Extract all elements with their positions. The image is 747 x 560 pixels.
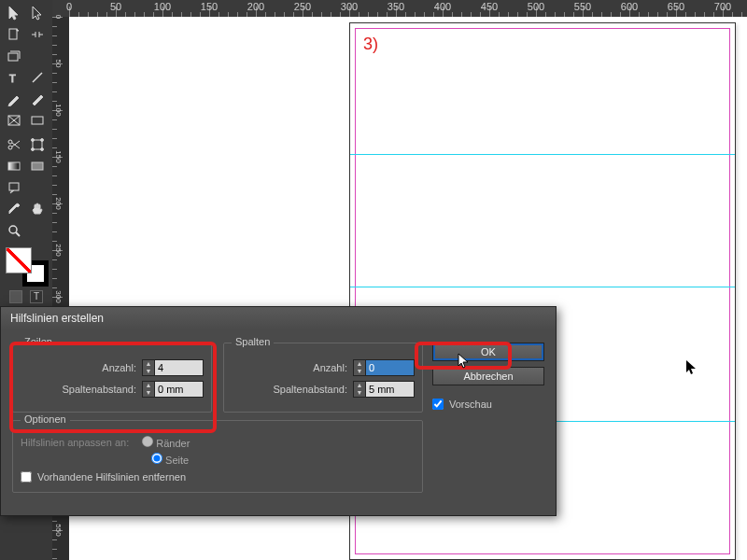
- horizontal-ruler: 0501001502002503003504004505005506006507…: [52, 0, 747, 17]
- svg-rect-17: [8, 162, 20, 170]
- options-group-title: Optionen: [21, 413, 70, 425]
- stepper-down-icon[interactable]: ▼: [143, 368, 154, 375]
- selection-tool[interactable]: [2, 2, 25, 23]
- svg-rect-7: [32, 117, 43, 124]
- hand-tool[interactable]: [25, 198, 49, 219]
- svg-rect-18: [32, 162, 43, 170]
- gradient-swatch-tool[interactable]: [2, 155, 25, 176]
- remove-existing-checkbox[interactable]: [21, 471, 32, 483]
- cols-count-input[interactable]: [366, 359, 415, 376]
- gradient-feather-tool[interactable]: [25, 155, 49, 176]
- create-guides-dialog: Hilfslinien erstellen Zeilen Anzahl: ▲▼ …: [0, 306, 557, 516]
- stepper-down-icon[interactable]: ▼: [354, 389, 365, 397]
- svg-rect-12: [33, 140, 42, 149]
- cols-count-label: Anzahl:: [313, 362, 347, 373]
- cancel-button[interactable]: Abbrechen: [432, 367, 544, 385]
- columns-group-title: Spalten: [232, 336, 274, 347]
- rows-group-title: Zeilen: [21, 336, 56, 347]
- fill-stroke-swatch[interactable]: [4, 245, 49, 287]
- fit-page-label: Seite: [165, 455, 189, 466]
- svg-text:T: T: [9, 73, 16, 84]
- guide-line[interactable]: [350, 287, 735, 287]
- gap-tool[interactable]: [25, 23, 49, 45]
- note-tool[interactable]: [2, 176, 25, 198]
- stepper-up-icon[interactable]: ▲: [143, 360, 154, 368]
- rows-group: Zeilen Anzahl: ▲▼ Spaltenabstand: ▲▼: [12, 343, 212, 413]
- cursor-icon: [458, 353, 471, 370]
- scissors-tool[interactable]: [2, 133, 25, 155]
- svg-line-21: [16, 232, 20, 236]
- svg-point-14: [40, 138, 43, 141]
- guide-line[interactable]: [350, 154, 735, 155]
- options-group: Optionen Hilfslinien anpassen an: Ränder…: [12, 420, 423, 493]
- svg-point-13: [31, 138, 34, 141]
- rows-gutter-input[interactable]: [155, 381, 204, 398]
- eyedropper-tool[interactable]: [2, 198, 25, 219]
- rectangle-tool[interactable]: [25, 109, 49, 131]
- svg-point-20: [9, 226, 17, 233]
- line-tool[interactable]: [25, 66, 49, 88]
- stepper-up-icon[interactable]: ▲: [354, 360, 365, 368]
- type-tool[interactable]: T: [2, 66, 25, 88]
- fit-margins-label: Ränder: [156, 438, 190, 449]
- stepper-up-icon[interactable]: ▲: [354, 382, 365, 389]
- preview-checkbox[interactable]: [432, 399, 444, 410]
- rectangle-frame-tool[interactable]: [2, 109, 25, 131]
- svg-rect-1: [8, 53, 18, 61]
- fit-page-radio[interactable]: [151, 453, 162, 464]
- rows-count-label: Anzahl:: [102, 362, 136, 373]
- svg-point-8: [8, 140, 12, 144]
- preview-label: Vorschau: [449, 399, 492, 410]
- stepper-up-icon[interactable]: ▲: [143, 382, 154, 389]
- svg-point-16: [40, 147, 43, 150]
- cols-gutter-label: Spaltenabstand:: [273, 384, 347, 395]
- svg-point-9: [8, 146, 12, 149]
- columns-group: Spalten Anzahl: ▲▼ Spaltenabstand: ▲▼: [223, 343, 423, 413]
- direct-select-tool[interactable]: [25, 2, 49, 23]
- cols-gutter-input[interactable]: [366, 381, 415, 398]
- pencil-tool[interactable]: [25, 88, 49, 109]
- stepper-down-icon[interactable]: ▼: [143, 389, 154, 397]
- annotation-3: 3): [363, 35, 378, 54]
- svg-point-15: [31, 147, 34, 150]
- stepper-down-icon[interactable]: ▼: [354, 368, 365, 375]
- svg-rect-19: [9, 183, 19, 190]
- content-collector-tool[interactable]: [2, 45, 25, 66]
- fit-margins-radio[interactable]: [142, 436, 153, 447]
- fit-guides-label: Hilfslinien anpassen an:: [21, 437, 129, 448]
- apply-color-container[interactable]: [9, 290, 22, 303]
- dialog-title: Hilfslinien erstellen: [1, 307, 556, 329]
- ok-button[interactable]: OK: [432, 343, 544, 361]
- free-transform-tool[interactable]: [25, 133, 49, 155]
- cursor-icon: [685, 359, 698, 376]
- page-tool[interactable]: [2, 23, 25, 45]
- rows-count-input[interactable]: [155, 359, 204, 376]
- pen-tool[interactable]: [2, 88, 25, 109]
- svg-rect-0: [9, 29, 17, 39]
- remove-existing-label: Vorhandene Hilfslinien entfernen: [37, 471, 186, 483]
- apply-color-text[interactable]: T: [30, 290, 43, 303]
- svg-line-3: [33, 73, 42, 82]
- zoom-tool[interactable]: [2, 219, 25, 241]
- rows-gutter-label: Spaltenabstand:: [62, 384, 136, 395]
